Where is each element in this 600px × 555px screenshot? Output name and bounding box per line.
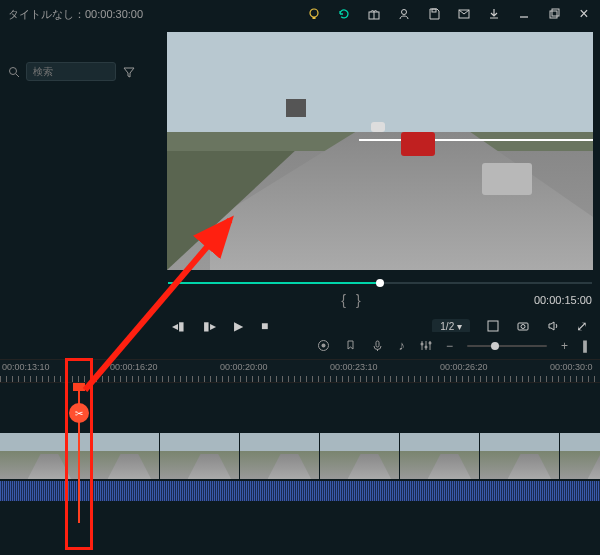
mixer-icon[interactable] bbox=[419, 339, 432, 352]
clip-thumbnail[interactable] bbox=[320, 433, 400, 479]
svg-point-16 bbox=[322, 344, 326, 348]
maximize-icon[interactable] bbox=[546, 6, 562, 22]
preview-scrubber[interactable] bbox=[168, 278, 592, 288]
zoom-in-button[interactable]: + bbox=[561, 339, 568, 353]
save-icon[interactable] bbox=[426, 6, 442, 22]
clip-thumbnail[interactable] bbox=[480, 433, 560, 479]
svg-rect-8 bbox=[550, 11, 557, 18]
svg-point-23 bbox=[428, 342, 431, 345]
preview-timecode: 00:00:15:00 bbox=[534, 294, 592, 306]
clip-thumbnail[interactable] bbox=[80, 433, 160, 479]
svg-line-11 bbox=[16, 74, 19, 77]
ruler-tick: 00:00:20:00 bbox=[220, 362, 268, 372]
svg-rect-12 bbox=[488, 321, 498, 331]
preview-video[interactable] bbox=[167, 32, 593, 270]
zoom-slider[interactable] bbox=[467, 345, 547, 347]
cut-icon[interactable]: ✂ bbox=[69, 403, 89, 423]
audio-track[interactable] bbox=[0, 481, 600, 501]
title-bar: タイトルなし：00:00:30:00 × bbox=[0, 0, 600, 28]
clip-thumbnail[interactable] bbox=[160, 433, 240, 479]
ruler-tick: 00:00:13:10 bbox=[2, 362, 50, 372]
camera-icon[interactable] bbox=[516, 319, 530, 333]
bulb-icon[interactable] bbox=[306, 6, 322, 22]
user-icon[interactable] bbox=[396, 6, 412, 22]
close-icon[interactable]: × bbox=[576, 6, 592, 22]
next-frame-button[interactable]: ▮▸ bbox=[203, 319, 216, 333]
refresh-icon[interactable] bbox=[336, 6, 352, 22]
project-title: タイトルなし：00:00:30:00 bbox=[8, 7, 143, 22]
timeline-tracks[interactable]: ✂ bbox=[0, 383, 600, 523]
svg-point-22 bbox=[424, 346, 427, 349]
clip-thumbnail[interactable] bbox=[400, 433, 480, 479]
music-icon[interactable]: ♪ bbox=[398, 338, 405, 353]
svg-point-14 bbox=[521, 325, 525, 329]
mic-icon[interactable] bbox=[371, 339, 384, 352]
timeline-ruler[interactable]: 00:00:13:10 00:00:16:20 00:00:20:00 00:0… bbox=[0, 359, 600, 383]
timeline-menu-icon[interactable]: ∥ bbox=[582, 339, 588, 353]
clip-thumbnail[interactable] bbox=[240, 433, 320, 479]
timeline-panel: ♪ − + ∥ 00:00:13:10 00:00:16:20 00:00:20… bbox=[0, 332, 600, 555]
ruler-tick: 00:00:26:20 bbox=[440, 362, 488, 372]
svg-point-0 bbox=[310, 9, 318, 17]
play-button[interactable]: ▶ bbox=[234, 319, 243, 333]
marker-icon[interactable] bbox=[344, 339, 357, 352]
svg-rect-5 bbox=[432, 9, 436, 12]
color-icon[interactable] bbox=[317, 339, 330, 352]
clip-thumbnail[interactable] bbox=[0, 433, 80, 479]
ruler-tick: 00:00:23:10 bbox=[330, 362, 378, 372]
title-bar-actions: × bbox=[306, 6, 592, 22]
ruler-tick: 00:00:30:0 bbox=[550, 362, 593, 372]
mark-in-button[interactable]: { bbox=[341, 292, 346, 308]
prev-frame-button[interactable]: ◂▮ bbox=[172, 319, 185, 333]
stop-button[interactable]: ■ bbox=[261, 319, 268, 333]
clip-thumbnail[interactable] bbox=[560, 433, 600, 479]
sidebar bbox=[0, 58, 160, 85]
timeline-toolbar: ♪ − + ∥ bbox=[0, 332, 600, 359]
search-input[interactable] bbox=[26, 62, 116, 81]
svg-point-21 bbox=[420, 343, 423, 346]
volume-icon[interactable] bbox=[546, 319, 560, 333]
zoom-out-button[interactable]: − bbox=[446, 339, 453, 353]
timeline-playhead[interactable]: ✂ bbox=[78, 383, 80, 523]
preview-panel: { } 00:00:15:00 ◂▮ ▮▸ ▶ ■ 1/2 ▾ ⤢ bbox=[160, 32, 600, 332]
svg-point-10 bbox=[10, 67, 17, 74]
download-icon[interactable] bbox=[486, 6, 502, 22]
search-icon bbox=[8, 66, 20, 78]
video-track[interactable] bbox=[0, 433, 600, 479]
fullscreen-icon[interactable] bbox=[486, 319, 500, 333]
minimize-icon[interactable] bbox=[516, 6, 532, 22]
svg-rect-9 bbox=[552, 9, 559, 16]
svg-rect-17 bbox=[376, 341, 379, 347]
svg-point-4 bbox=[402, 10, 407, 15]
mail-icon[interactable] bbox=[456, 6, 472, 22]
filter-icon[interactable] bbox=[122, 65, 136, 79]
gift-icon[interactable] bbox=[366, 6, 382, 22]
mark-out-button[interactable]: } bbox=[356, 292, 361, 308]
ruler-tick: 00:00:16:20 bbox=[110, 362, 158, 372]
svg-rect-1 bbox=[313, 17, 316, 19]
